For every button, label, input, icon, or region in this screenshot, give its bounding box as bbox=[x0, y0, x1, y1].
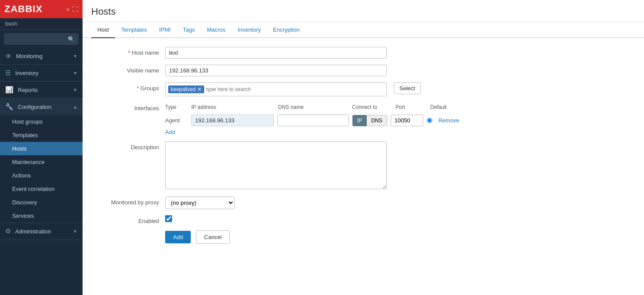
description-row: Description bbox=[96, 141, 631, 190]
sidebar-item-label: Monitoring bbox=[16, 53, 69, 59]
host-name-row: Host name bbox=[96, 47, 631, 59]
sidebar-item-discovery[interactable]: Discovery bbox=[0, 196, 83, 209]
page-header: Hosts bbox=[83, 0, 644, 22]
default-radio[interactable] bbox=[427, 118, 432, 123]
proxy-select[interactable]: (no proxy) bbox=[165, 197, 235, 209]
action-buttons-row: Add Cancel bbox=[96, 230, 631, 244]
cancel-button[interactable]: Cancel bbox=[196, 230, 230, 244]
enabled-row: Enabled bbox=[96, 215, 631, 224]
search-input[interactable] bbox=[4, 33, 78, 45]
tab-bar: Host Templates IPMI Tags Macros Inventor… bbox=[83, 22, 644, 38]
interfaces-row: Interfaces Type IP address DNS name Conn… bbox=[96, 102, 631, 135]
proxy-control: (no proxy) bbox=[165, 197, 235, 209]
connect-dns-button[interactable]: DNS bbox=[367, 115, 387, 126]
sidebar-item-services[interactable]: Services bbox=[0, 209, 83, 223]
port-input[interactable] bbox=[391, 115, 423, 126]
add-button[interactable]: Add bbox=[165, 231, 191, 243]
search-icon: 🔍 bbox=[68, 36, 75, 43]
nav-section-reports: 📊 Reports ▼ bbox=[0, 82, 83, 98]
sidebar-item-label: Inventory bbox=[15, 70, 69, 76]
wrench-icon: 🔧 bbox=[5, 103, 13, 111]
eye-icon: 👁 bbox=[5, 52, 12, 60]
chevron-icon: ▼ bbox=[73, 54, 77, 59]
sidebar-header: ZABBIX « ⛶ bbox=[0, 0, 83, 18]
col-ip-header: IP address bbox=[191, 104, 278, 110]
sidebar-user: bwxh bbox=[0, 18, 83, 30]
sidebar-item-configuration[interactable]: 🔧 Configuration ▲ bbox=[0, 98, 83, 115]
sidebar-item-label: Reports bbox=[18, 87, 69, 93]
sidebar-item-host-groups[interactable]: Host groups bbox=[0, 115, 83, 128]
proxy-label: Monitored by proxy bbox=[96, 197, 165, 206]
interfaces-control: Type IP address DNS name Connect to Port… bbox=[165, 102, 474, 135]
groups-control: keepalived ✕ Select bbox=[165, 82, 421, 96]
host-name-label: Host name bbox=[96, 47, 165, 56]
col-type-header: Type bbox=[165, 104, 191, 110]
sidebar-item-reports[interactable]: 📊 Reports ▼ bbox=[0, 82, 83, 98]
remove-link[interactable]: Remove bbox=[438, 117, 459, 124]
chevron-icon: ▼ bbox=[73, 88, 77, 92]
host-name-control bbox=[165, 47, 387, 59]
tab-tags[interactable]: Tags bbox=[177, 22, 201, 38]
host-form: Host name Visible name Groups keepalived… bbox=[83, 38, 644, 259]
tab-encryption[interactable]: Encryption bbox=[267, 22, 305, 38]
select-button[interactable]: Select bbox=[394, 82, 421, 94]
groups-label: Groups bbox=[96, 82, 165, 92]
sidebar-controls: « ⛶ bbox=[66, 6, 78, 13]
groups-container[interactable]: keepalived ✕ bbox=[165, 82, 387, 96]
ip-address-input[interactable] bbox=[191, 115, 274, 126]
host-name-input[interactable] bbox=[165, 47, 387, 59]
tab-ipmi[interactable]: IPMI bbox=[153, 22, 177, 38]
enabled-control bbox=[165, 215, 172, 223]
group-tag-keepalived: keepalived ✕ bbox=[168, 85, 204, 93]
sidebar: ZABBIX « ⛶ bwxh 🔍 👁 Monitoring ▼ ☰ Inven… bbox=[0, 0, 83, 295]
col-default-header: Default bbox=[430, 104, 474, 110]
description-textarea[interactable] bbox=[165, 141, 387, 189]
buttons-spacer bbox=[96, 230, 165, 233]
enabled-checkbox[interactable] bbox=[165, 215, 172, 222]
sidebar-item-actions[interactable]: Actions bbox=[0, 169, 83, 182]
sidebar-item-administration[interactable]: ⚙ Administration ▼ bbox=[0, 223, 83, 239]
interfaces-header: Type IP address DNS name Connect to Port… bbox=[165, 102, 474, 112]
description-label: Description bbox=[96, 141, 165, 151]
main-content: Hosts Host Templates IPMI Tags Macros In… bbox=[83, 0, 644, 295]
dns-name-input[interactable] bbox=[277, 115, 349, 126]
sidebar-item-label: Administration bbox=[15, 228, 69, 235]
chevron-icon: ▼ bbox=[73, 229, 77, 234]
tab-inventory[interactable]: Inventory bbox=[232, 22, 267, 38]
interfaces-label: Interfaces bbox=[96, 102, 165, 111]
visible-name-input[interactable] bbox=[165, 65, 387, 76]
tab-macros[interactable]: Macros bbox=[201, 22, 232, 38]
expand-icon[interactable]: ⛶ bbox=[72, 6, 78, 13]
interface-row-agent: Agent IP DNS Remove bbox=[165, 115, 474, 126]
default-radio-container bbox=[427, 118, 432, 123]
tab-templates[interactable]: Templates bbox=[115, 22, 153, 38]
chevron-up-icon: ▲ bbox=[73, 105, 77, 109]
proxy-row: Monitored by proxy (no proxy) bbox=[96, 197, 631, 209]
sidebar-item-maintenance[interactable]: Maintenance bbox=[0, 155, 83, 169]
nav-section-inventory: ☰ Inventory ▼ bbox=[0, 65, 83, 82]
sidebar-item-event-correlation[interactable]: Event correlation bbox=[0, 182, 83, 196]
collapse-icon[interactable]: « bbox=[66, 6, 70, 13]
nav-section-administration: ⚙ Administration ▼ bbox=[0, 223, 83, 240]
sidebar-item-hosts[interactable]: Hosts bbox=[0, 142, 83, 155]
sidebar-item-templates[interactable]: Templates bbox=[0, 128, 83, 142]
groups-row: Groups keepalived ✕ Select bbox=[96, 82, 631, 96]
sidebar-item-monitoring[interactable]: 👁 Monitoring ▼ bbox=[0, 48, 83, 64]
list-icon: ☰ bbox=[5, 69, 11, 77]
chart-icon: 📊 bbox=[5, 86, 13, 94]
action-buttons: Add Cancel bbox=[165, 230, 230, 244]
sidebar-item-inventory[interactable]: ☰ Inventory ▼ bbox=[0, 65, 83, 81]
nav-section-configuration: 🔧 Configuration ▲ Host groups Templates … bbox=[0, 98, 83, 223]
tab-host[interactable]: Host bbox=[91, 22, 115, 38]
col-dns-header: DNS name bbox=[278, 104, 352, 110]
remove-group-tag-icon[interactable]: ✕ bbox=[197, 86, 202, 92]
add-interface-link[interactable]: Add bbox=[165, 129, 175, 135]
gear-icon: ⚙ bbox=[5, 227, 11, 235]
groups-search-input[interactable] bbox=[206, 86, 384, 92]
connect-ip-button[interactable]: IP bbox=[352, 115, 367, 126]
visible-name-control bbox=[165, 65, 387, 76]
connect-buttons: IP DNS bbox=[352, 115, 387, 126]
nav-section-monitoring: 👁 Monitoring ▼ bbox=[0, 48, 83, 65]
chevron-icon: ▼ bbox=[73, 71, 77, 75]
agent-type-label: Agent bbox=[165, 117, 188, 124]
